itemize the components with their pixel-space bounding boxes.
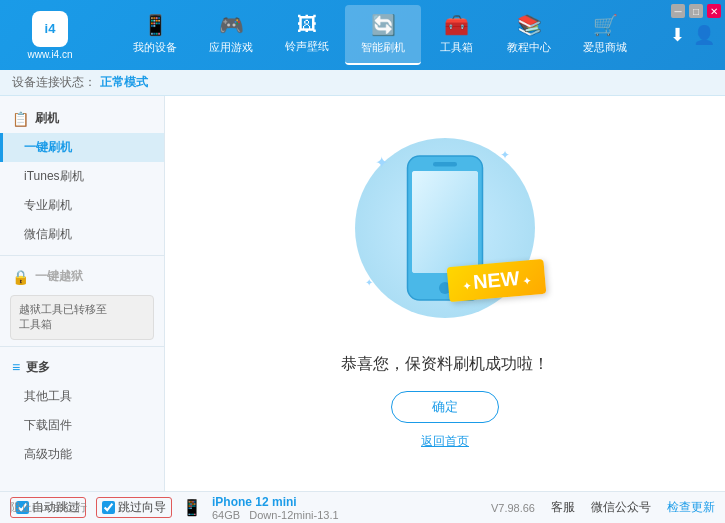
phone-circle: ✦ ✦ ✦: [355, 138, 535, 318]
divider-1: [0, 255, 164, 256]
sidebar-section-more: ≡ 更多: [0, 353, 164, 382]
download-firmware-label: 下载固件: [24, 418, 72, 432]
jailbreak-notice-text: 越狱工具已转移至工具箱: [19, 303, 107, 330]
nav-item-wallpaper[interactable]: 🖼 铃声壁纸: [269, 5, 345, 65]
wechat-public-link[interactable]: 微信公众号: [591, 499, 651, 516]
sparkle-icon-2: ✦: [500, 148, 510, 162]
logo-initials: i4: [45, 21, 56, 36]
bottom-right: V7.98.66 客服 微信公众号 检查更新: [491, 499, 715, 516]
nav-items: 📱 我的设备 🎮 应用游戏 🖼 铃声壁纸 🔄 智能刷机 🧰 工具箱 📚: [90, 5, 670, 65]
jailbreak-section-label: 一键越狱: [35, 268, 83, 285]
device-name: iPhone 12 mini: [212, 495, 339, 509]
device-model: Down-12mini-13.1: [249, 509, 338, 521]
status-label: 设备连接状态：: [12, 74, 96, 91]
device-row: 📱 iPhone 12 mini 64GB Down-12mini-13.1: [182, 495, 339, 521]
return-link[interactable]: 返回首页: [421, 433, 469, 450]
nav-item-apps-games[interactable]: 🎮 应用游戏: [193, 5, 269, 65]
apps-games-icon: 🎮: [219, 13, 244, 37]
header-right: ⬇ 👤: [670, 24, 715, 46]
device-phone-icon: 📱: [182, 498, 202, 517]
status-bar: 设备连接状态： 正常模式: [0, 70, 725, 96]
jailbreak-notice: 越狱工具已转移至工具箱: [10, 295, 154, 340]
sidebar-section-jailbreak: 🔒 一键越狱: [0, 262, 164, 291]
itunes-status-text[interactable]: 阻止iTunes运行: [10, 500, 87, 515]
device-info: iPhone 12 mini 64GB Down-12mini-13.1: [212, 495, 339, 521]
check-update-link[interactable]: 检查更新: [667, 499, 715, 516]
sidebar-item-one-click-flash[interactable]: 一键刷机: [0, 133, 164, 162]
device-storage: 64GB: [212, 509, 240, 521]
sidebar-item-pro-flash[interactable]: 专业刷机: [0, 191, 164, 220]
isee-mall-icon: 🛒: [593, 13, 618, 37]
nav-label-isee-mall: 爱思商城: [583, 40, 627, 55]
itunes-flash-label: iTunes刷机: [24, 169, 84, 183]
jailbreak-section-icon: 🔒: [12, 269, 29, 285]
status-value: 正常模式: [100, 74, 148, 91]
pro-flash-label: 专业刷机: [24, 198, 72, 212]
my-device-icon: 📱: [143, 13, 168, 37]
itunes-status-bar: 阻止iTunes运行: [0, 491, 97, 523]
nav-label-wallpaper: 铃声壁纸: [285, 39, 329, 54]
version-text: V7.98.66: [491, 502, 535, 514]
nav-item-toolbox[interactable]: 🧰 工具箱: [421, 5, 491, 65]
more-section-icon: ≡: [12, 359, 20, 375]
nav-label-toolbox: 工具箱: [440, 40, 473, 55]
skip-wizard-label: 跳过向导: [118, 499, 166, 516]
main-area: 📋 刷机 一键刷机 iTunes刷机 专业刷机 微信刷机 🔒 一键越狱: [0, 96, 725, 491]
logo-area: i4 www.i4.cn: [10, 11, 90, 60]
nav-label-tutorial: 教程中心: [507, 40, 551, 55]
wechat-flash-label: 微信刷机: [24, 227, 72, 241]
device-details: 64GB Down-12mini-13.1: [212, 509, 339, 521]
more-section-label: 更多: [26, 359, 50, 376]
sidebar: 📋 刷机 一键刷机 iTunes刷机 专业刷机 微信刷机 🔒 一键越狱: [0, 96, 165, 491]
content-area: ✦ ✦ ✦: [165, 96, 725, 491]
confirm-button[interactable]: 确定: [391, 391, 499, 423]
svg-rect-2: [412, 171, 478, 273]
illustration: ✦ ✦ ✦: [355, 138, 535, 318]
sparkle-icon-3: ✦: [365, 277, 373, 288]
nav-label-apps-games: 应用游戏: [209, 40, 253, 55]
logo-text: www.i4.cn: [27, 49, 72, 60]
tutorial-icon: 📚: [517, 13, 542, 37]
download-icon[interactable]: ⬇: [670, 24, 685, 46]
logo-icon: i4: [32, 11, 68, 47]
close-button[interactable]: ✕: [707, 4, 721, 18]
nav-label-smart-repair: 智能刷机: [361, 40, 405, 55]
divider-2: [0, 346, 164, 347]
flash-section-icon: 📋: [12, 111, 29, 127]
other-tools-label: 其他工具: [24, 389, 72, 403]
nav-item-tutorial[interactable]: 📚 教程中心: [491, 5, 567, 65]
success-text: 恭喜您，保资料刷机成功啦！: [341, 354, 549, 375]
advanced-label: 高级功能: [24, 447, 72, 461]
sidebar-section-flash: 📋 刷机: [0, 104, 164, 133]
maximize-button[interactable]: □: [689, 4, 703, 18]
nav-item-isee-mall[interactable]: 🛒 爱思商城: [567, 5, 643, 65]
sidebar-item-advanced[interactable]: 高级功能: [0, 440, 164, 469]
customer-service-link[interactable]: 客服: [551, 499, 575, 516]
one-click-flash-label: 一键刷机: [24, 140, 72, 154]
flash-section-label: 刷机: [35, 110, 59, 127]
svg-rect-4: [433, 162, 457, 167]
wallpaper-icon: 🖼: [297, 13, 317, 36]
header: i4 www.i4.cn 📱 我的设备 🎮 应用游戏 🖼 铃声壁纸 🔄 智能刷机: [0, 0, 725, 70]
window-controls: ─ □ ✕: [671, 4, 721, 18]
nav-label-my-device: 我的设备: [133, 40, 177, 55]
user-icon[interactable]: 👤: [693, 24, 715, 46]
smart-repair-icon: 🔄: [371, 13, 396, 37]
skip-wizard-checkbox[interactable]: 跳过向导: [96, 497, 172, 518]
nav-item-my-device[interactable]: 📱 我的设备: [117, 5, 193, 65]
nav-item-smart-repair[interactable]: 🔄 智能刷机: [345, 5, 421, 65]
sidebar-item-wechat-flash[interactable]: 微信刷机: [0, 220, 164, 249]
toolbox-icon: 🧰: [444, 13, 469, 37]
bottom-bar: 自动跳过 跳过向导 📱 iPhone 12 mini 64GB Down-12m…: [0, 491, 725, 523]
sidebar-item-download-firmware[interactable]: 下载固件: [0, 411, 164, 440]
skip-wizard-input[interactable]: [102, 501, 115, 514]
sidebar-item-other-tools[interactable]: 其他工具: [0, 382, 164, 411]
sparkle-icon-1: ✦: [375, 153, 388, 172]
minimize-button[interactable]: ─: [671, 4, 685, 18]
sidebar-item-itunes-flash[interactable]: iTunes刷机: [0, 162, 164, 191]
